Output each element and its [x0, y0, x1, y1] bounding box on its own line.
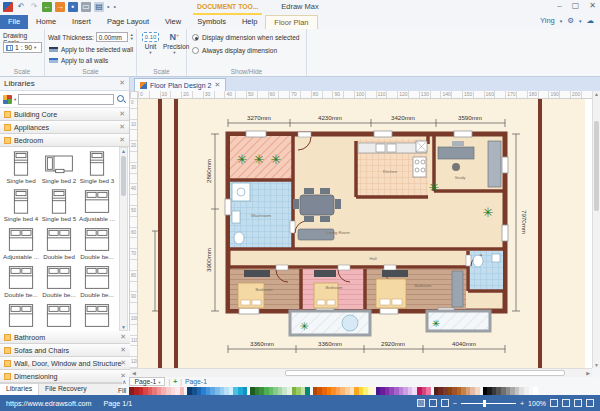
apply-all-walls-button[interactable]: Apply to all walls: [49, 57, 108, 64]
library-section-sofas-and-chairs[interactable]: Sofas and Chairs✕: [0, 344, 130, 357]
redo-button[interactable]: ↷: [29, 2, 39, 12]
library-section-bedroom[interactable]: Bedroom✕: [0, 134, 129, 147]
symbol-item[interactable]: Double be...: [78, 225, 116, 263]
wall-strip[interactable]: [158, 99, 162, 368]
radio-display-when-selected[interactable]: Display dimension when selected: [192, 34, 300, 41]
close-icon[interactable]: ✕: [120, 359, 126, 367]
save-button[interactable]: ▪: [68, 2, 78, 12]
precision-button[interactable]: N+ Precision ▾: [163, 32, 186, 55]
wall-thickness-input[interactable]: 0.00mm: [96, 32, 128, 42]
horizontal-scrollbar[interactable]: ◀ ▶: [130, 368, 592, 377]
color-swatch[interactable]: [180, 387, 185, 395]
print-button[interactable]: ▭: [81, 2, 91, 12]
menu-tab-file[interactable]: File: [0, 15, 28, 29]
scroll-up-icon[interactable]: ▲: [594, 91, 599, 97]
undo-button[interactable]: ↶: [16, 2, 26, 12]
close-icon[interactable]: ✕: [120, 333, 126, 341]
symbol-item[interactable]: Double be...: [78, 263, 116, 301]
menu-tab-home[interactable]: Home: [28, 15, 64, 29]
scroll-down-icon[interactable]: ▼: [594, 362, 599, 368]
symbol-item[interactable]: Single bed 3: [78, 149, 116, 187]
scrollbar-thumb[interactable]: [121, 156, 126, 196]
color-swatch[interactable]: [368, 387, 373, 395]
wall-thickness-stepper[interactable]: ▲▼: [130, 33, 134, 41]
import-button[interactable]: ←: [42, 2, 52, 12]
page-tab-active[interactable]: Page-1 ▾: [129, 377, 165, 386]
floor-plan[interactable]: 3270mm 4230mm 3420mm 3590mm 3360mm 3360m…: [138, 99, 592, 368]
close-icon[interactable]: ✕: [119, 79, 125, 87]
chevron-down-icon[interactable]: ▾: [14, 97, 16, 102]
unit-button[interactable]: 0.10 Unit ▾: [139, 32, 162, 55]
library-section-bathroom[interactable]: Bathroom✕: [0, 331, 130, 344]
color-swatch[interactable]: [533, 387, 538, 395]
library-section-appliances[interactable]: Appliances✕: [0, 121, 129, 134]
user-name[interactable]: Ying: [540, 16, 555, 25]
scroll-up-icon[interactable]: ▲: [120, 148, 127, 154]
scroll-left-icon[interactable]: ◀: [132, 370, 136, 376]
scrollbar-thumb[interactable]: [285, 370, 565, 376]
zoom-level[interactable]: 100%: [528, 400, 546, 407]
symbol-item[interactable]: [78, 301, 116, 331]
symbol-item[interactable]: Double be...: [2, 263, 40, 301]
scroll-right-icon[interactable]: ▶: [586, 370, 590, 376]
close-icon[interactable]: ✕: [214, 81, 220, 89]
menu-tab-insert[interactable]: Insert: [64, 15, 99, 29]
color-swatch[interactable]: [243, 387, 248, 395]
vertical-scrollbar[interactable]: ▲ ▼: [592, 91, 600, 368]
radio-always-display[interactable]: Always display dimension: [192, 47, 277, 54]
drawing-scale-select[interactable]: 1 : 90 ▾: [3, 42, 42, 53]
cloud-icon[interactable]: ☁: [587, 16, 595, 25]
panel-tab-libraries[interactable]: Libraries: [0, 384, 39, 395]
maximize-button[interactable]: ▢: [572, 1, 580, 10]
close-icon[interactable]: ✕: [119, 136, 125, 144]
symbol-item[interactable]: Single bed 4: [2, 187, 40, 225]
close-icon[interactable]: ✕: [120, 346, 126, 354]
minimize-button[interactable]: –: [557, 1, 561, 10]
document-tab[interactable]: Floor Plan Design 2 ✕: [134, 78, 226, 91]
menu-tab-symbols[interactable]: Symbols: [189, 15, 234, 29]
view-presentation-icon[interactable]: [441, 399, 449, 407]
search-input[interactable]: [18, 94, 114, 105]
zoom-slider[interactable]: [461, 403, 516, 404]
color-swatch[interactable]: [426, 387, 431, 395]
view-normal-icon[interactable]: [417, 399, 425, 407]
export-button[interactable]: →: [55, 2, 65, 12]
status-url[interactable]: https://www.edrawsoft.com: [6, 399, 91, 408]
zoom-in-button[interactable]: +: [520, 399, 524, 408]
menu-tab-help[interactable]: Help: [234, 15, 265, 29]
quick-access-more-button[interactable]: • •: [107, 2, 117, 12]
symbol-item[interactable]: Double bed: [40, 225, 78, 263]
zoom-out-button[interactable]: −: [453, 399, 457, 408]
page-tab-label[interactable]: Page-1: [185, 378, 207, 385]
view-page-icon[interactable]: [429, 399, 437, 407]
chevron-down-icon[interactable]: ▾: [560, 18, 563, 24]
search-icon[interactable]: [116, 94, 126, 104]
color-swatch[interactable]: [475, 387, 480, 395]
chevron-down-icon[interactable]: ▾: [579, 18, 582, 24]
gear-icon[interactable]: ⚙: [567, 16, 574, 25]
zoom-select-icon[interactable]: [574, 399, 582, 407]
menu-tab-floor-plan[interactable]: Floor Plan: [265, 15, 317, 29]
library-picker-icon[interactable]: [3, 95, 12, 104]
close-icon[interactable]: ✕: [119, 123, 125, 131]
fit-page-icon[interactable]: [550, 399, 558, 407]
library-scrollbar[interactable]: ▲ ▼: [119, 147, 128, 331]
symbol-item[interactable]: Double be...: [40, 263, 78, 301]
library-section-dimensioning[interactable]: Dimensioning✕: [0, 370, 130, 383]
collapse-icon[interactable]: ∧: [122, 378, 126, 385]
wall-strip[interactable]: [538, 99, 542, 368]
add-page-button[interactable]: +: [173, 378, 177, 385]
document-tools-tab-group[interactable]: DOCUMENT TOO...: [193, 0, 262, 15]
symbol-item[interactable]: Adjustable ...: [2, 225, 40, 263]
menu-tab-view[interactable]: View: [157, 15, 189, 29]
fullscreen-icon[interactable]: [586, 399, 594, 407]
symbol-item[interactable]: Single bed 5: [40, 187, 78, 225]
zoom-slider-thumb[interactable]: [483, 400, 486, 407]
panel-tab-file-recovery[interactable]: File Recovery: [39, 384, 93, 395]
scrollbar-thumb[interactable]: [594, 121, 599, 211]
symbol-item[interactable]: Single bed: [2, 149, 40, 187]
fit-width-icon[interactable]: [562, 399, 570, 407]
menu-tab-page-layout[interactable]: Page Layout: [99, 15, 157, 29]
wall-strip[interactable]: [174, 99, 178, 368]
drawing-canvas[interactable]: 3270mm 4230mm 3420mm 3590mm 3360mm 3360m…: [138, 99, 592, 368]
